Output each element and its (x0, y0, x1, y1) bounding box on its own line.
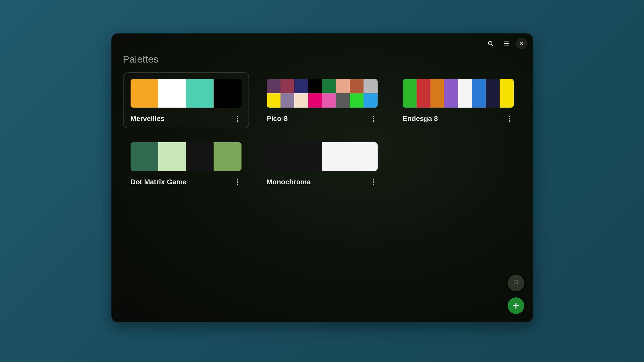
palette-footer: Merveilles (131, 115, 242, 123)
palette-more-button[interactable] (370, 115, 378, 123)
color-swatch (267, 142, 322, 171)
color-swatch (350, 93, 364, 108)
palette-swatches (267, 79, 378, 108)
palette-more-button[interactable] (233, 115, 242, 123)
color-swatch (364, 93, 377, 108)
palette-name: Endesga 8 (403, 115, 438, 123)
color-swatch (158, 142, 186, 171)
search-icon (487, 40, 494, 47)
palette-card[interactable]: Merveilles (123, 72, 249, 128)
svg-point-20 (373, 181, 374, 183)
color-picker-button[interactable] (508, 275, 524, 291)
close-button[interactable] (516, 38, 527, 49)
color-swatch (214, 142, 241, 171)
color-swatch (417, 79, 430, 108)
app-window: Palettes Merveilles Pico-8 Endesga 8 Dot… (111, 33, 533, 322)
fab-container (508, 275, 524, 314)
color-swatch (336, 93, 350, 108)
color-swatch (430, 79, 444, 108)
svg-point-9 (237, 120, 238, 122)
palette-card[interactable]: Pico-8 (259, 72, 385, 128)
color-swatch (294, 93, 308, 108)
svg-point-12 (373, 120, 374, 122)
color-swatch (131, 79, 158, 108)
svg-point-0 (488, 41, 492, 45)
color-swatch (500, 79, 513, 108)
add-palette-button[interactable] (508, 297, 524, 314)
palette-card[interactable]: Dot Matrix Game (123, 136, 249, 192)
palette-footer: Pico-8 (267, 115, 378, 123)
svg-point-17 (237, 181, 238, 183)
more-vert-icon (509, 115, 511, 122)
svg-point-14 (509, 118, 510, 119)
color-swatch (186, 142, 214, 171)
plus-icon (512, 302, 520, 309)
color-swatch (308, 93, 322, 108)
palette-swatches (403, 79, 514, 108)
palette-card[interactable]: Monochroma (259, 136, 385, 192)
more-vert-icon (373, 178, 375, 186)
color-swatch (486, 79, 500, 108)
color-swatch (322, 93, 336, 108)
svg-rect-22 (514, 281, 518, 284)
palette-name: Pico-8 (267, 115, 288, 123)
color-swatch (322, 142, 378, 171)
color-swatch (186, 79, 214, 108)
palette-name: Dot Matrix Game (131, 178, 187, 186)
close-icon (519, 41, 524, 46)
palette-swatches (131, 79, 242, 108)
svg-point-8 (237, 118, 238, 119)
color-swatch (267, 93, 280, 108)
palette-footer: Endesga 8 (403, 115, 514, 123)
svg-point-13 (509, 116, 510, 117)
more-vert-icon (236, 115, 238, 122)
palette-name: Monochroma (267, 178, 311, 186)
color-swatch (458, 79, 472, 108)
color-swatch (214, 79, 241, 108)
color-swatch (336, 79, 350, 93)
svg-point-15 (509, 120, 510, 122)
svg-point-21 (373, 184, 374, 185)
menu-icon (503, 40, 509, 47)
palette-more-button[interactable] (506, 115, 514, 123)
svg-line-1 (491, 44, 493, 46)
palette-grid: Merveilles Pico-8 Endesga 8 Dot Matrix G… (123, 72, 521, 192)
palette-card[interactable]: Endesga 8 (395, 72, 521, 128)
svg-point-16 (237, 179, 238, 180)
color-swatch (364, 79, 377, 93)
more-vert-icon (373, 115, 375, 122)
color-swatch (267, 79, 280, 93)
palette-footer: Dot Matrix Game (131, 178, 242, 186)
svg-point-18 (237, 184, 238, 185)
palette-swatches (131, 142, 242, 171)
page-title: Palettes (123, 54, 521, 65)
color-swatch (444, 79, 458, 108)
palette-name: Merveilles (131, 115, 165, 123)
svg-point-11 (373, 118, 374, 119)
more-vert-icon (236, 178, 238, 186)
palette-more-button[interactable] (233, 178, 242, 186)
color-swatch (280, 79, 294, 93)
color-swatch (308, 79, 322, 93)
color-swatch (158, 79, 186, 108)
palette-footer: Monochroma (267, 178, 378, 186)
svg-point-7 (237, 116, 238, 117)
titlebar (111, 33, 533, 49)
svg-point-10 (373, 116, 374, 117)
color-swatch (403, 79, 417, 108)
color-swatch (350, 79, 364, 93)
palette-swatches (267, 142, 378, 171)
menu-button[interactable] (501, 38, 512, 49)
color-swatch (294, 79, 308, 93)
color-swatch (472, 79, 486, 108)
palette-more-button[interactable] (370, 178, 378, 186)
svg-point-19 (373, 179, 374, 180)
color-picker-icon (513, 280, 519, 286)
color-swatch (131, 142, 158, 171)
search-button[interactable] (485, 38, 496, 49)
color-swatch (322, 79, 336, 93)
color-swatch (280, 93, 294, 108)
content-area: Palettes Merveilles Pico-8 Endesga 8 Dot… (111, 49, 533, 192)
